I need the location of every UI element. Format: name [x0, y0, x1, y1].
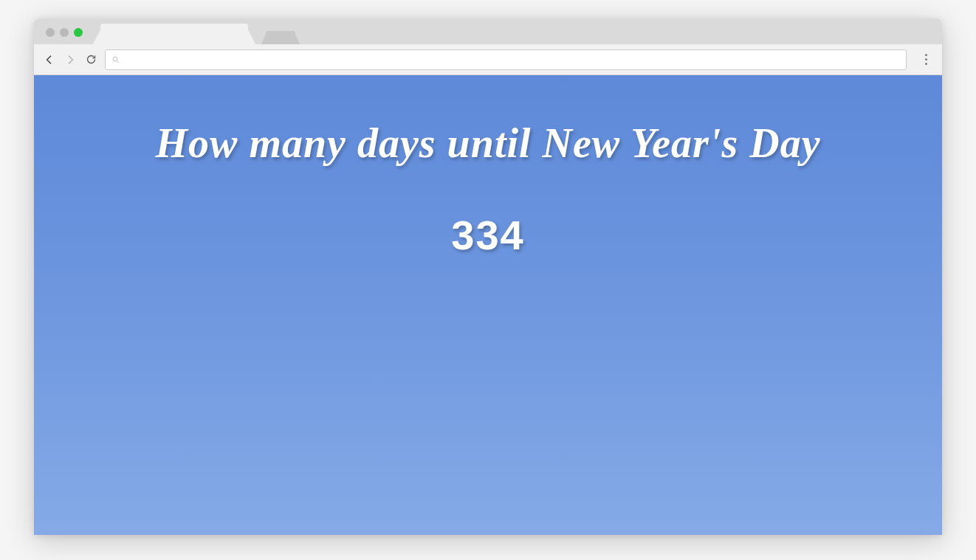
- arrow-left-icon: [44, 54, 55, 66]
- window-close-dot[interactable]: [46, 28, 55, 37]
- tab-strip: [34, 18, 942, 44]
- page-content: How many days until New Year's Day 334: [34, 75, 942, 535]
- window-maximize-dot[interactable]: [74, 28, 83, 37]
- countdown-heading: How many days until New Year's Day: [155, 120, 820, 167]
- arrow-right-icon: [64, 54, 76, 66]
- back-button[interactable]: [43, 53, 56, 66]
- reload-button[interactable]: [84, 53, 97, 66]
- browser-window: How many days until New Year's Day 334: [34, 18, 942, 535]
- countdown-value: 334: [451, 211, 524, 259]
- window-minimize-dot[interactable]: [60, 28, 69, 37]
- toolbar: [34, 44, 942, 75]
- reload-icon: [86, 54, 97, 65]
- search-icon: [111, 55, 120, 64]
- new-tab-button[interactable]: [266, 31, 295, 44]
- address-input[interactable]: [125, 54, 900, 65]
- active-tab[interactable]: [100, 24, 248, 44]
- forward-button[interactable]: [63, 53, 77, 66]
- window-controls: [41, 28, 87, 37]
- menu-dots-icon: [925, 54, 927, 56]
- menu-button[interactable]: [918, 49, 933, 70]
- svg-point-0: [113, 57, 117, 61]
- browser-chrome: [34, 18, 942, 75]
- address-bar[interactable]: [105, 49, 907, 70]
